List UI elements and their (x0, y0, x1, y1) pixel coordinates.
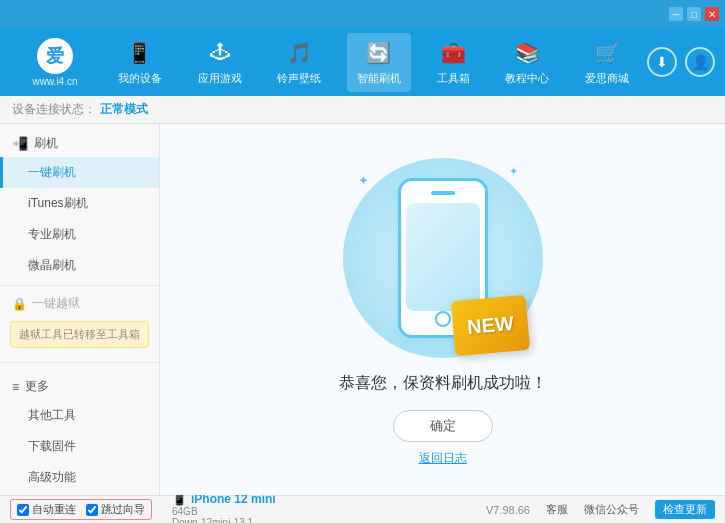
more-label: 更多 (25, 378, 49, 395)
download-button[interactable]: ⬇ (647, 47, 677, 77)
tutorial-icon: 📚 (513, 39, 541, 67)
jailbreak-label: 一键越狱 (32, 295, 80, 312)
skip-wizard-label: 跳过向导 (101, 502, 145, 517)
sidebar: 📲 刷机 一键刷机 iTunes刷机 专业刷机 微晶刷机 🔒 一键越狱 越狱工具… (0, 124, 160, 495)
ringtones-label: 铃声壁纸 (277, 71, 321, 86)
service-link[interactable]: 客服 (546, 502, 568, 517)
sidebar-one-click[interactable]: 一键刷机 (0, 157, 159, 188)
bottom-bar: 自动重连 跳过向导 📱 iPhone 12 mini 64GB Down-12m… (0, 495, 725, 523)
logo-icon: 爱 (37, 38, 73, 74)
smart-brush-label: 智能刷机 (357, 71, 401, 86)
top-nav: 爱 www.i4.cn 📱 我的设备 🕹 应用游戏 🎵 铃声壁纸 🔄 智能刷机 … (0, 28, 725, 96)
maximize-button[interactable]: □ (687, 7, 701, 21)
phone-screen (406, 203, 480, 311)
device-info: 📱 iPhone 12 mini 64GB Down-12mini-13,1 (172, 492, 276, 524)
divider-2 (0, 362, 159, 363)
logo-text: www.i4.cn (32, 76, 77, 87)
nav-toolbox[interactable]: 🧰 工具箱 (427, 33, 480, 92)
illustration: NEW ✦ ✦ (333, 153, 553, 363)
nav-right: ⬇ 👤 (647, 47, 715, 77)
new-badge-text: NEW (466, 312, 514, 339)
auto-reconnect-checkbox[interactable] (17, 504, 29, 516)
divider-1 (0, 285, 159, 286)
phone-home (435, 311, 451, 327)
auto-reconnect-item: 自动重连 (17, 502, 76, 517)
minimize-button[interactable]: ─ (669, 7, 683, 21)
brush-section: 📲 刷机 一键刷机 iTunes刷机 专业刷机 微晶刷机 🔒 一键越狱 越狱工具… (0, 124, 159, 358)
sidebar-unbrick[interactable]: 微晶刷机 (0, 250, 159, 281)
sidebar-itunes[interactable]: iTunes刷机 (0, 188, 159, 219)
user-button[interactable]: 👤 (685, 47, 715, 77)
back-link[interactable]: 返回日志 (419, 450, 467, 467)
nav-store[interactable]: 🛒 爱思商城 (575, 33, 639, 92)
brush-header: 📲 刷机 (0, 130, 159, 157)
menu-icon: ≡ (12, 380, 19, 394)
success-message: 恭喜您，保资料刷机成功啦！ (339, 373, 547, 394)
title-bar: ─ □ ✕ (0, 0, 725, 28)
ringtones-icon: 🎵 (285, 39, 313, 67)
status-value: 正常模式 (100, 101, 148, 118)
sidebar-pro[interactable]: 专业刷机 (0, 219, 159, 250)
my-device-label: 我的设备 (118, 71, 162, 86)
apps-label: 应用游戏 (198, 71, 242, 86)
toolbox-label: 工具箱 (437, 71, 470, 86)
store-label: 爱思商城 (585, 71, 629, 86)
sidebar-note: 越狱工具已转移至工具箱 (10, 321, 149, 348)
phone-speaker (431, 191, 455, 195)
main-layout: 📲 刷机 一键刷机 iTunes刷机 专业刷机 微晶刷机 🔒 一键越狱 越狱工具… (0, 124, 725, 495)
tutorial-label: 教程中心 (505, 71, 549, 86)
more-section: ≡ 更多 其他工具 下载固件 高级功能 (0, 367, 159, 495)
close-button[interactable]: ✕ (705, 7, 719, 21)
update-button[interactable]: 检查更新 (655, 500, 715, 519)
nav-ringtones[interactable]: 🎵 铃声壁纸 (267, 33, 331, 92)
version-text: V7.98.66 (486, 504, 530, 516)
sparkle-icon-1: ✦ (358, 173, 369, 188)
content-area: NEW ✦ ✦ 恭喜您，保资料刷机成功啦！ 确定 返回日志 (160, 124, 725, 495)
store-icon: 🛒 (593, 39, 621, 67)
sidebar-jailbreak: 🔒 一键越狱 (0, 290, 159, 317)
checkbox-area: 自动重连 跳过向导 (10, 499, 152, 520)
sidebar-other-tools[interactable]: 其他工具 (0, 400, 159, 431)
my-device-icon: 📱 (126, 39, 154, 67)
confirm-button[interactable]: 确定 (393, 410, 493, 442)
new-badge: NEW (450, 294, 530, 355)
toolbox-icon: 🧰 (439, 39, 467, 67)
logo-area: 爱 www.i4.cn (10, 38, 100, 87)
nav-apps-games[interactable]: 🕹 应用游戏 (188, 33, 252, 92)
sparkle-icon-2: ✦ (509, 165, 518, 178)
bottom-right: V7.98.66 客服 微信公众号 检查更新 (486, 500, 715, 519)
more-header: ≡ 更多 (0, 373, 159, 400)
nav-tutorial[interactable]: 📚 教程中心 (495, 33, 559, 92)
skip-wizard-item: 跳过向导 (86, 502, 145, 517)
brush-icon: 📲 (12, 136, 28, 151)
nav-items: 📱 我的设备 🕹 应用游戏 🎵 铃声壁纸 🔄 智能刷机 🧰 工具箱 📚 教程中心… (100, 33, 647, 92)
wechat-link[interactable]: 微信公众号 (584, 502, 639, 517)
auto-reconnect-label: 自动重连 (32, 502, 76, 517)
status-label: 设备连接状态： (12, 101, 96, 118)
lock-icon: 🔒 (12, 297, 27, 311)
sidebar-download-firmware[interactable]: 下载固件 (0, 431, 159, 462)
device-storage: 64GB (172, 506, 276, 517)
device-version: Down-12mini-13,1 (172, 517, 276, 524)
nav-my-device[interactable]: 📱 我的设备 (108, 33, 172, 92)
apps-icon: 🕹 (206, 39, 234, 67)
smart-brush-icon: 🔄 (365, 39, 393, 67)
sidebar-advanced[interactable]: 高级功能 (0, 462, 159, 493)
brush-header-label: 刷机 (34, 135, 58, 152)
status-bar: 设备连接状态： 正常模式 (0, 96, 725, 124)
skip-wizard-checkbox[interactable] (86, 504, 98, 516)
nav-smart-brush[interactable]: 🔄 智能刷机 (347, 33, 411, 92)
